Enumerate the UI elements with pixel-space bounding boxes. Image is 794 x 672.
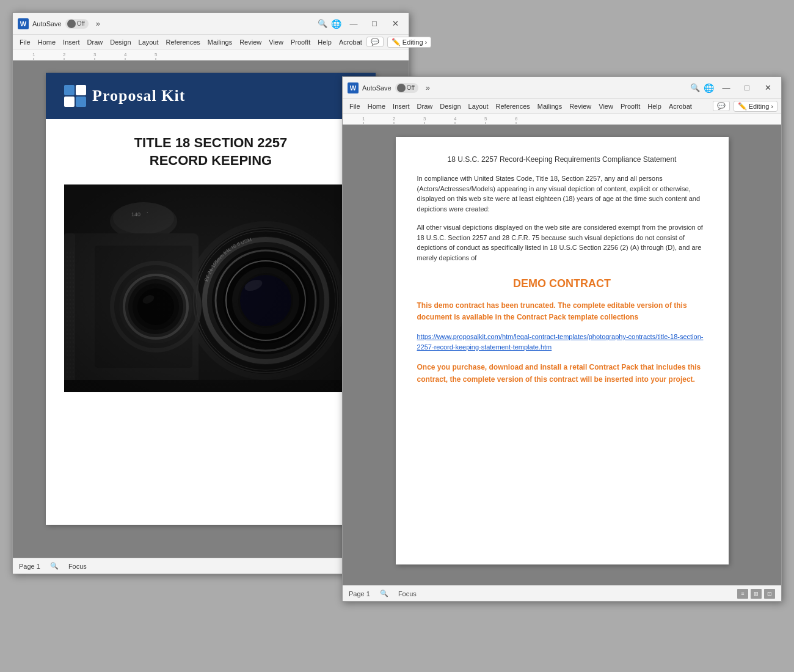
menu-view-front[interactable]: View <box>596 101 616 111</box>
menu-design-back[interactable]: Design <box>107 37 134 47</box>
view-icon-2-front[interactable]: ⊞ <box>751 589 762 599</box>
menu-file-back[interactable]: File <box>16 37 34 47</box>
title-bar-right-front: 🔍 🌐 — □ ✕ <box>690 79 776 97</box>
search-icon-front[interactable]: 🔍 <box>690 83 700 92</box>
view-icon-1-front[interactable]: ≡ <box>737 589 748 599</box>
close-button-back[interactable]: ✕ <box>387 15 404 32</box>
pk-icon-cell-2 <box>76 85 86 95</box>
doc-main-title: TITLE 18 SECTION 2257 RECORD KEEPING <box>64 134 357 169</box>
svg-text:1: 1 <box>362 116 365 122</box>
menu-mailings-back[interactable]: Mailings <box>205 37 235 47</box>
svg-text:5: 5 <box>155 52 158 57</box>
camera-svg: 140 · <box>64 184 357 392</box>
word-logo-back: W <box>18 18 29 29</box>
svg-text:5: 5 <box>484 116 487 122</box>
globe-icon-back[interactable]: 🌐 <box>331 19 341 29</box>
svg-rect-46 <box>64 184 357 392</box>
focus-label-back[interactable]: Focus <box>68 563 87 570</box>
menu-layout-front[interactable]: Layout <box>465 101 492 111</box>
comment-icon-back: 💬 <box>371 38 379 46</box>
doc2-para2: All other visual depictions displayed on… <box>417 222 707 263</box>
globe-icon-front[interactable]: 🌐 <box>704 83 714 93</box>
ruler-back: 1 2 3 4 5 <box>13 49 409 60</box>
menu-help-back[interactable]: Help <box>315 37 335 47</box>
view-icon-3-front[interactable]: ⊡ <box>764 589 775 599</box>
demo-link[interactable]: https://www.proposalkit.com/htm/legal-co… <box>417 332 707 352</box>
comment-button-front[interactable]: 💬 <box>713 101 730 111</box>
svg-text:4: 4 <box>124 52 127 57</box>
title-bar-front: W AutoSave Off » 🔍 🌐 — □ ✕ <box>343 77 781 99</box>
page-title-section: TITLE 18 SECTION 2257 RECORD KEEPING <box>46 119 376 175</box>
menu-file-front[interactable]: File <box>346 101 363 111</box>
menu-layout-back[interactable]: Layout <box>136 37 162 47</box>
menu-draw-back[interactable]: Draw <box>84 37 106 47</box>
pk-icon <box>64 85 86 107</box>
ruler-svg-front: 1 2 3 4 5 6 <box>345 114 779 125</box>
menu-proofit-front[interactable]: ProofIt <box>617 101 643 111</box>
editing-chevron-front: › <box>771 103 773 110</box>
svg-text:3: 3 <box>423 116 426 122</box>
svg-text:2: 2 <box>393 116 396 122</box>
title-arrows-front[interactable]: » <box>422 83 434 92</box>
menu-view-back[interactable]: View <box>266 37 286 47</box>
toggle-knob <box>67 20 76 28</box>
page-header-banner: Proposal Kit <box>46 73 376 119</box>
editing-button-front[interactable]: ✏️ Editing › <box>734 101 778 112</box>
menu-proofit-back[interactable]: ProofIt <box>288 37 313 47</box>
menu-mailings-front[interactable]: Mailings <box>534 101 565 111</box>
status-icon-1-back[interactable]: 🔍 <box>50 562 59 570</box>
menu-insert-front[interactable]: Insert <box>390 101 413 111</box>
menu-home-front[interactable]: Home <box>365 101 388 111</box>
menu-review-front[interactable]: Review <box>566 101 594 111</box>
title-arrows-back[interactable]: » <box>92 19 104 28</box>
svg-text:1: 1 <box>32 52 35 57</box>
svg-text:3: 3 <box>93 52 97 57</box>
demo-contract-heading: DEMO CONTRACT <box>417 277 707 290</box>
view-icons-front: ≡ ⊞ ⊡ <box>737 589 775 599</box>
menu-references-back[interactable]: References <box>163 37 203 47</box>
status-bar-front: Page 1 🔍 Focus ≡ ⊞ ⊡ <box>343 585 781 601</box>
camera-image: 140 · <box>64 184 357 392</box>
menu-references-front[interactable]: References <box>493 101 533 111</box>
svg-text:6: 6 <box>515 116 518 122</box>
close-button-front[interactable]: ✕ <box>759 79 776 97</box>
editing-chevron-back: › <box>425 38 428 46</box>
menu-insert-back[interactable]: Insert <box>60 37 83 47</box>
ruler-front: 1 2 3 4 5 6 <box>343 114 781 125</box>
status-icon-1-front[interactable]: 🔍 <box>380 590 388 597</box>
toggle-off-label-front: Off <box>407 84 417 91</box>
demo-text2: Once you purchase, download and install … <box>417 362 707 385</box>
focus-label-front[interactable]: Focus <box>398 590 417 597</box>
maximize-button-front[interactable]: □ <box>738 79 756 97</box>
status-right-front: ≡ ⊞ ⊡ <box>737 589 775 599</box>
menu-help-front[interactable]: Help <box>644 101 665 111</box>
comment-icon-front: 💬 <box>717 102 726 110</box>
editing-button-back[interactable]: ✏️ Editing › <box>387 37 431 48</box>
menu-home-back[interactable]: Home <box>35 37 59 47</box>
minimize-button-back[interactable]: — <box>345 15 362 32</box>
autosave-toggle-front[interactable]: Off <box>395 83 418 93</box>
menu-draw-front[interactable]: Draw <box>414 101 436 111</box>
title-bar-left: W AutoSave Off » <box>18 18 318 29</box>
title-bar-right-back: 🔍 🌐 — □ ✕ <box>318 15 404 32</box>
svg-text:4: 4 <box>454 116 457 122</box>
page-front: 18 U.S.C. 2257 Record-Keeping Requiremen… <box>396 137 729 564</box>
menu-design-front[interactable]: Design <box>437 101 464 111</box>
doc-title-line2: RECORD KEEPING <box>64 152 357 170</box>
autosave-toggle-back[interactable]: Off <box>65 19 89 29</box>
comment-button-back[interactable]: 💬 <box>366 37 384 47</box>
pencil-icon-front: ✏️ <box>738 102 747 111</box>
minimize-button-front[interactable]: — <box>718 79 735 97</box>
search-icon-back[interactable]: 🔍 <box>318 19 327 28</box>
svg-rect-0 <box>15 49 406 60</box>
toggle-knob-front <box>397 84 406 92</box>
ruler-svg-back: 1 2 3 4 5 <box>15 49 406 60</box>
svg-text:2: 2 <box>63 52 66 57</box>
pencil-icon-back: ✏️ <box>392 38 401 46</box>
doc2-title: 18 U.S.C. 2257 Record-Keeping Requiremen… <box>417 155 707 164</box>
menu-review-back[interactable]: Review <box>236 37 264 47</box>
menu-acrobat-back[interactable]: Acrobat <box>336 37 365 47</box>
menu-acrobat-front[interactable]: Acrobat <box>666 101 695 111</box>
editing-label-back: Editing <box>402 38 423 46</box>
maximize-button-back[interactable]: □ <box>366 15 383 32</box>
